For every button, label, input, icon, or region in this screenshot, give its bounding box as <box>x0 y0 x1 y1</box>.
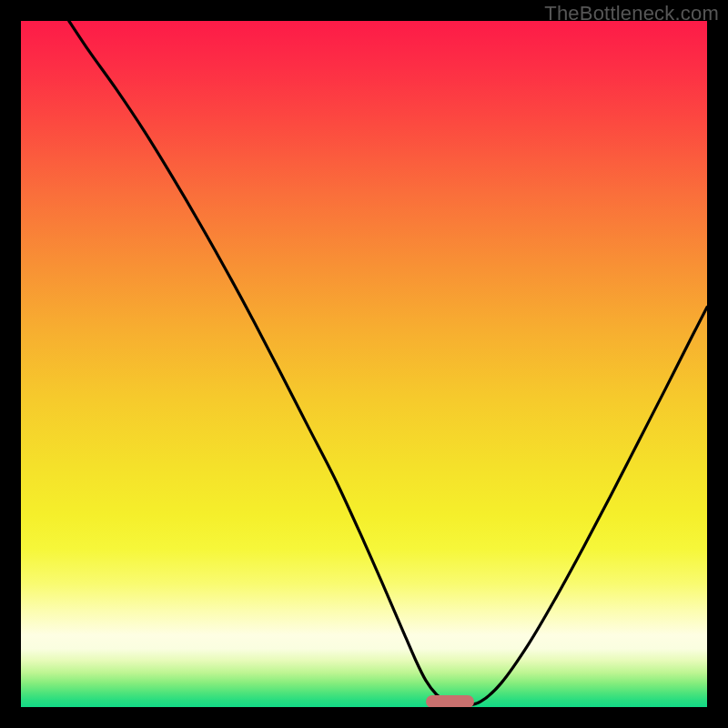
chart-frame: TheBottleneck.com <box>0 0 728 728</box>
bottleneck-curve <box>21 21 707 707</box>
plot-area <box>21 21 707 707</box>
optimal-marker <box>426 695 474 707</box>
watermark-text: TheBottleneck.com <box>544 2 719 25</box>
